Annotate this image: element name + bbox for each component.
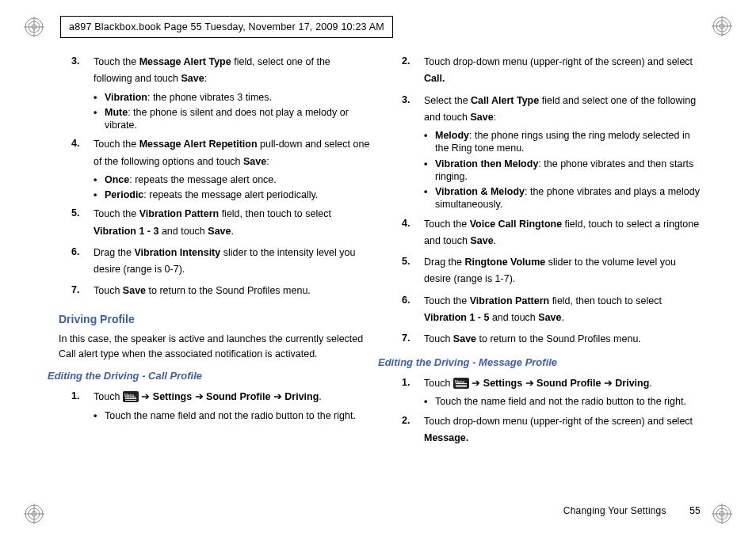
crop-mark-icon bbox=[24, 17, 44, 37]
step-number: 2. bbox=[402, 413, 410, 428]
list-item: 2.Touch drop-down menu (upper-right of t… bbox=[402, 54, 701, 88]
subsection-heading: Editing the Driving - Message Profile bbox=[378, 356, 701, 371]
page-footer: Changing Your Settings 55 bbox=[563, 504, 701, 518]
step-number: 5. bbox=[71, 206, 79, 220]
step-number: 4. bbox=[402, 216, 410, 230]
list-item: 6.Drag the Vibration Intensity slider to… bbox=[71, 245, 370, 279]
right-column: 2.Touch drop-down menu (upper-right of t… bbox=[402, 54, 701, 451]
bullet-item: Vibration & Melody: the phone vibrates a… bbox=[424, 185, 701, 211]
step-number: 3. bbox=[71, 54, 79, 68]
left-column: 3.Touch the Message Alert Type field, se… bbox=[71, 54, 370, 451]
section-heading: Driving Profile bbox=[59, 311, 370, 327]
step-number: 2. bbox=[402, 54, 410, 68]
bullet-item: Once: repeats the message alert once. bbox=[94, 173, 370, 186]
step-body: Drag the Vibration Intensity slider to t… bbox=[94, 245, 370, 279]
bullet-list: Once: repeats the message alert once.Per… bbox=[94, 173, 370, 202]
list-item: 7.Touch Save to return to the Sound Prof… bbox=[402, 331, 701, 348]
step-number: 4. bbox=[71, 136, 79, 150]
numbered-list: 2.Touch drop-down menu (upper-right of t… bbox=[402, 54, 701, 348]
list-item: 4.Touch the Message Alert Repetition pul… bbox=[71, 136, 370, 201]
step-number: 5. bbox=[402, 254, 410, 268]
step-body: Touch ➔ Settings ➔ Sound Profile ➔ Drivi… bbox=[424, 375, 701, 392]
step-body: Touch drop-down menu (upper-right of the… bbox=[424, 413, 701, 447]
step-body: Touch Save to return to the Sound Profil… bbox=[424, 331, 701, 348]
list-item: 2.Touch drop-down menu (upper-right of t… bbox=[402, 413, 701, 447]
bullet-list: Touch the name field and not the radio b… bbox=[424, 395, 701, 408]
step-number: 1. bbox=[71, 389, 79, 403]
step-number: 3. bbox=[402, 93, 410, 107]
bullet-item: Touch the name field and not the radio b… bbox=[424, 395, 701, 408]
step-number: 6. bbox=[71, 245, 79, 259]
section-intro: In this case, the speaker is active and … bbox=[59, 332, 370, 362]
bullet-item: Vibration: the phone vibrates 3 times. bbox=[94, 91, 370, 104]
footer-section: Changing Your Settings bbox=[563, 505, 666, 516]
step-body: Touch the Message Alert Repetition pull-… bbox=[94, 136, 370, 170]
bullet-list: Touch the name field and not the radio b… bbox=[94, 409, 370, 422]
step-body: Touch drop-down menu (upper-right of the… bbox=[424, 54, 701, 88]
list-item: 3.Select the Call Alert Type field and s… bbox=[402, 93, 701, 211]
numbered-list: 1.Touch ➔ Settings ➔ Sound Profile ➔ Dri… bbox=[402, 375, 701, 447]
step-number: 7. bbox=[71, 283, 79, 297]
list-item: 3.Touch the Message Alert Type field, se… bbox=[71, 54, 370, 131]
step-body: Touch ➔ Settings ➔ Sound Profile ➔ Drivi… bbox=[94, 389, 370, 405]
subsection-heading: Editing the Driving - Call Profile bbox=[48, 369, 370, 384]
step-body: Touch the Message Alert Type field, sele… bbox=[94, 54, 370, 88]
numbered-list: 3.Touch the Message Alert Type field, se… bbox=[71, 54, 370, 300]
bullet-item: Vibration then Melody: the phone vibrate… bbox=[424, 158, 701, 184]
bullet-list: Vibration: the phone vibrates 3 times.Mu… bbox=[94, 91, 370, 132]
bullet-item: Periodic: repeats the message alert peri… bbox=[94, 188, 370, 201]
step-number: 7. bbox=[402, 331, 410, 345]
step-body: Touch the Vibration Pattern field, then … bbox=[424, 293, 701, 327]
bullet-item: Melody: the phone rings using the ring m… bbox=[424, 129, 701, 155]
bullet-item: Mute: the phone is silent and does not p… bbox=[94, 106, 370, 132]
list-item: 5.Touch the Vibration Pattern field, the… bbox=[71, 206, 370, 240]
bullet-item: Touch the name field and not the radio b… bbox=[94, 409, 370, 422]
crop-mark-icon bbox=[712, 504, 732, 524]
list-item: 4.Touch the Voice Call Ringtone field, t… bbox=[402, 216, 701, 250]
crop-mark-icon bbox=[24, 504, 44, 524]
list-item: 7.Touch Save to return to the Sound Prof… bbox=[71, 283, 370, 299]
step-number: 6. bbox=[402, 293, 410, 307]
step-body: Touch the Voice Call Ringtone field, tou… bbox=[424, 216, 701, 250]
list-item: 1.Touch ➔ Settings ➔ Sound Profile ➔ Dri… bbox=[402, 375, 701, 409]
footer-page-number: 55 bbox=[689, 504, 701, 518]
step-body: Touch Save to return to the Sound Profil… bbox=[94, 283, 370, 299]
list-item: 5.Drag the Ringtone Volume slider to the… bbox=[402, 254, 701, 288]
menu-icon bbox=[453, 378, 469, 389]
bullet-list: Melody: the phone rings using the ring m… bbox=[424, 129, 701, 211]
numbered-list: 1.Touch ➔ Settings ➔ Sound Profile ➔ Dri… bbox=[71, 389, 370, 422]
step-body: Select the Call Alert Type field and sel… bbox=[424, 93, 701, 127]
list-item: 1.Touch ➔ Settings ➔ Sound Profile ➔ Dri… bbox=[71, 389, 370, 422]
menu-icon bbox=[123, 391, 139, 402]
step-number: 1. bbox=[402, 375, 410, 390]
step-body: Drag the Ringtone Volume slider to the v… bbox=[424, 254, 701, 288]
page-stamp: a897 Blackbox.book Page 55 Tuesday, Nove… bbox=[60, 16, 393, 38]
crop-mark-icon bbox=[712, 16, 732, 36]
list-item: 6.Touch the Vibration Pattern field, the… bbox=[402, 293, 701, 327]
step-body: Touch the Vibration Pattern field, then … bbox=[94, 206, 370, 240]
